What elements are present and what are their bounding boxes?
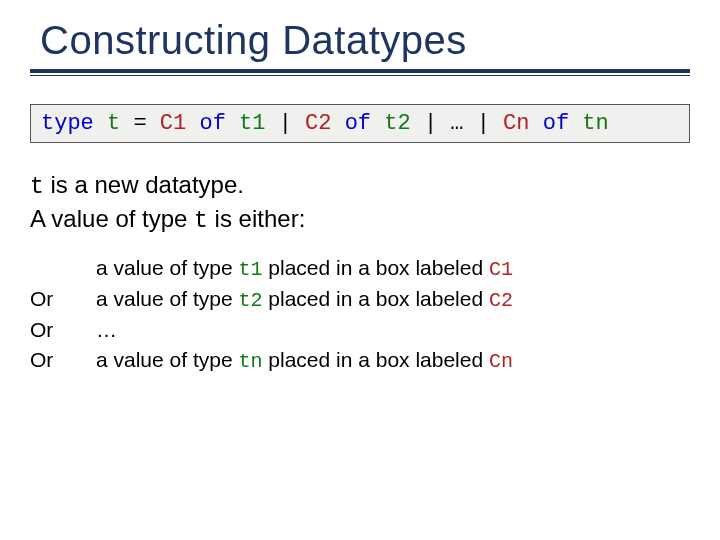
list-gutter-or-2: Or [30,317,66,343]
list-gutter-blank [30,255,66,282]
kw-of-1: of [199,111,225,136]
ty-t1: t1 [239,111,265,136]
explanation: t is a new datatype. A value of type t i… [30,169,690,237]
list-entry-n: a value of type tn placed in a box label… [96,347,513,374]
list-entry-1: a value of type t1 placed in a box label… [96,255,513,282]
kw-of-2: of [345,111,371,136]
expl-line2-post: is either: [208,205,305,232]
con-c2-inline: C2 [489,289,513,312]
list-gutter-or-1: Or [30,286,66,313]
title-rule-thin [30,75,690,76]
title-rule-thick [30,69,690,73]
expl-line2-pre: A value of type [30,205,194,232]
bar-1: | [279,111,305,136]
type-declaration-box: type t = C1 of t1 | C2 of t2 | … | Cn of… [30,104,690,143]
slide-title: Constructing Datatypes [40,18,690,63]
ty-tn: tn [582,111,608,136]
con-c2: C2 [305,111,331,136]
slide-root: Constructing Datatypes type t = C1 of t1… [0,0,720,540]
bar-3: | [477,111,503,136]
expl-line1-rest: is a new datatype. [44,171,244,198]
list-item: Or … [30,317,690,343]
con-cn: Cn [503,111,529,136]
eq: = [133,111,159,136]
ty-tn-inline: tn [238,350,262,373]
bar-2: | [424,111,450,136]
list-item: a value of type t1 placed in a box label… [30,255,690,282]
expl-t-2: t [194,208,208,234]
list-item: Or a value of type t2 placed in a box la… [30,286,690,313]
expl-t-1: t [30,174,44,200]
con-c1: C1 [160,111,186,136]
type-name: t [107,111,120,136]
list-entry-dots: … [96,317,117,343]
variant-list: a value of type t1 placed in a box label… [30,255,690,374]
list-entry-2: a value of type t2 placed in a box label… [96,286,513,313]
kw-type: type [41,111,94,136]
ty-t2: t2 [384,111,410,136]
con-c1-inline: C1 [489,258,513,281]
ty-t2-inline: t2 [238,289,262,312]
list-gutter-or-3: Or [30,347,66,374]
list-item: Or a value of type tn placed in a box la… [30,347,690,374]
dots: … [450,111,463,136]
con-cn-inline: Cn [489,350,513,373]
kw-of-n: of [543,111,569,136]
ty-t1-inline: t1 [238,258,262,281]
